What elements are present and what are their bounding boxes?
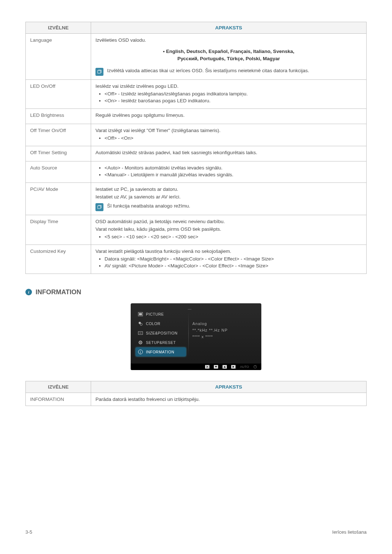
settings-table: IZVĒLNE APRAKSTS Language Izvēlieties OS… <box>25 22 367 274</box>
color-icon <box>138 321 143 326</box>
size-icon <box>138 331 143 336</box>
menu-label: Display Time <box>26 215 91 245</box>
osd-info-analog: Analog <box>192 321 258 326</box>
svg-text:i: i <box>140 350 141 354</box>
desc-text: Iestatiet uz PC, ja savienots ar datoru. <box>95 186 362 192</box>
auto-label: AUTO <box>240 365 249 369</box>
language-list-line1: • English, Deutsch, Español, Français, I… <box>95 48 362 55</box>
desc-text: Varat noteikt laiku, kādu jāgaida, pirms… <box>95 226 362 232</box>
osd-info-res: **** x **** <box>192 335 258 339</box>
svg-point-3 <box>140 323 142 325</box>
section-heading: i INFORMATION <box>25 288 367 296</box>
table-row: Off Timer Setting Automātiski izslēdz st… <box>26 146 367 161</box>
osd-info-freq: **.*kHz **.Hz NP <box>192 328 258 332</box>
menu-label: Language <box>26 34 91 80</box>
osd-item-label: COLOR <box>146 321 160 326</box>
table-row: LED On/Off Ieslēdz vai izslēdz izvēlnes … <box>26 79 367 108</box>
svg-rect-1 <box>139 313 142 315</box>
language-list-line2: Русский, Português, Türkçe, Polski, Magy… <box>95 55 362 62</box>
list-item: <Off> - Izslēdz ieslēgšanas/izslēgšanas … <box>105 91 362 97</box>
desc-text: OSD automātiski pazūd, ja lietotājs neve… <box>95 219 362 224</box>
osd-panel: PICTURE COLOR SIZE&POSITION SETUP&RESET … <box>131 303 261 370</box>
osd-footer: AUTO <box>131 364 261 370</box>
desc-text: Varat izslēgt vai ieslēgt "Off Timer" (I… <box>95 128 362 133</box>
list-item: Datora signāli: <MagicBright> - <MagicCo… <box>105 256 362 262</box>
osd-item-color: COLOR <box>136 319 186 328</box>
osd-item-setup: SETUP&RESET <box>136 338 186 347</box>
osd-item-sizepos: SIZE&POSITION <box>136 329 186 337</box>
osd-item-label: PICTURE <box>146 312 164 316</box>
menu-label: PC/AV Mode <box>26 182 91 215</box>
note-icon <box>95 203 103 211</box>
table-row: INFORMATION Parāda datorā iestatīto frek… <box>26 393 367 406</box>
header-desc: APRAKSTS <box>91 381 367 393</box>
desc-text: Varat iestatīt pielāgotā taustiņa funkci… <box>95 249 362 254</box>
svg-point-7 <box>140 342 141 343</box>
page-number: 3-5 <box>25 529 32 535</box>
info-icon: i <box>138 349 143 354</box>
desc-text: Regulē izvēlnes pogu spilgtumu līmeņus. <box>95 112 362 118</box>
up-icon <box>222 365 227 369</box>
down-icon <box>214 365 218 369</box>
menu-label: Off Timer On/Off <box>26 124 91 146</box>
info-table: IZVĒLNE APRAKSTS INFORMATION Parāda dato… <box>25 381 367 406</box>
list-item: <5 sec> - <10 sec> - <20 sec> - <200 sec… <box>105 234 362 239</box>
info-icon: i <box>25 289 32 295</box>
picture-icon <box>138 312 143 317</box>
list-item: <Off> - <On> <box>105 135 362 141</box>
note-icon <box>95 68 103 76</box>
menu-label: INFORMATION <box>26 393 91 406</box>
table-row: LED Brightness Regulē izvēlnes pogu spil… <box>26 108 367 124</box>
right-icon <box>231 365 236 369</box>
osd-item-label: INFORMATION <box>146 350 174 354</box>
gear-icon <box>138 340 143 345</box>
desc-text: Ieslēdz vai izslēdz izvēlnes pogu LED. <box>95 83 362 89</box>
power-icon <box>253 365 257 369</box>
header-desc: APRAKSTS <box>91 22 367 34</box>
table-row: Customized Key Varat iestatīt pielāgotā … <box>26 245 367 274</box>
table-row: PC/AV Mode Iestatiet uz PC, ja savienots… <box>26 182 367 215</box>
list-item: <Auto> - Monitors automātiski izvēlas ie… <box>105 165 362 171</box>
header-menu: IZVĒLNE <box>26 381 91 393</box>
footer-title: Ierīces lietošana <box>332 529 367 535</box>
osd-item-label: SIZE&POSITION <box>146 331 177 335</box>
table-row: Off Timer On/Off Varat izslēgt vai ieslē… <box>26 124 367 146</box>
list-item: AV signāli: <Picture Mode> - <MagicColor… <box>105 263 362 268</box>
desc-text: Automātiski izslēdz strāvas padevi, kad … <box>95 150 362 155</box>
desc-text: Parāda datorā iestatīto frekvenci un izš… <box>91 393 367 406</box>
osd-item-picture: PICTURE <box>136 310 186 319</box>
osd-item-label: SETUP&RESET <box>146 340 176 345</box>
table-row: Language Izvēlieties OSD valodu. • Engli… <box>26 34 367 80</box>
menu-label: LED Brightness <box>26 108 91 124</box>
osd-item-information: i INFORMATION <box>136 348 186 356</box>
close-icon <box>205 365 209 369</box>
section-title-text: INFORMATION <box>36 288 81 296</box>
menu-label: LED On/Off <box>26 79 91 108</box>
header-menu: IZVĒLNE <box>26 22 91 34</box>
list-item: <On> - Ieslēdz barošanas pogas LED indik… <box>105 98 362 103</box>
menu-label: Auto Source <box>26 161 91 182</box>
note-text: Šī funkcija neatbalsta analogo režīmu. <box>107 203 190 209</box>
desc-text: Iestatiet uz AV, ja savienots ar AV ierī… <box>95 194 362 200</box>
menu-label: Off Timer Setting <box>26 146 91 161</box>
note-text: Izvēlētā valoda attiecas tikai uz ierīce… <box>107 68 309 73</box>
table-row: Auto Source <Auto> - Monitors automātisk… <box>26 161 367 182</box>
menu-label: Customized Key <box>26 245 91 274</box>
page-footer: 3-5 Ierīces lietošana <box>25 529 367 535</box>
desc-text: Izvēlieties OSD valodu. <box>95 37 362 43</box>
list-item: <Manual> - Lietotājiem ir manuāli jāizvē… <box>105 172 362 177</box>
table-row: Display Time OSD automātiski pazūd, ja l… <box>26 215 367 245</box>
